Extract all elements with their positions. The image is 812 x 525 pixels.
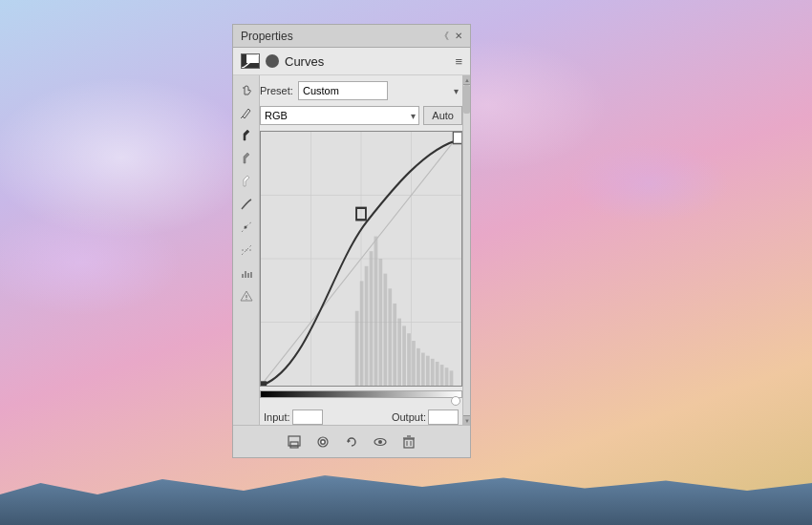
auto-button[interactable]: Auto	[423, 106, 462, 125]
tools-sidebar	[233, 75, 260, 425]
input-output-row: Input: Output:	[260, 410, 462, 425]
curves-adjustment-icon	[241, 53, 260, 69]
svg-rect-38	[431, 359, 435, 386]
svg-point-55	[378, 440, 382, 444]
svg-point-14	[246, 299, 246, 300]
scrollbar[interactable]: ▲ ▼	[462, 75, 470, 425]
close-button[interactable]: ✕	[455, 31, 462, 41]
histogram-button[interactable]	[236, 262, 257, 284]
channel-select-wrap: RGB Red Green Blue	[260, 106, 419, 125]
warning-button[interactable]	[236, 285, 257, 306]
panel-titlebar: Properties 《 ✕	[233, 25, 470, 48]
delete-button[interactable]	[399, 432, 418, 452]
preset-row: Preset: Custom Default Strong Contrast L…	[260, 75, 462, 100]
panel-footer	[233, 425, 470, 457]
svg-rect-8	[242, 274, 244, 278]
properties-panel: Properties 《 ✕ Curves ≡	[232, 24, 471, 458]
svg-rect-28	[383, 274, 387, 386]
input-label: Input:	[264, 411, 290, 423]
view-previous-button[interactable]	[313, 432, 332, 452]
svg-rect-39	[436, 362, 439, 386]
svg-rect-41	[445, 368, 449, 386]
panel-content: Preset: Custom Default Strong Contrast L…	[260, 75, 462, 425]
eyedropper-white-button[interactable]	[236, 171, 257, 192]
svg-rect-25	[370, 251, 374, 386]
panel-header: Curves ≡	[233, 48, 470, 75]
svg-rect-29	[388, 288, 392, 386]
svg-rect-48	[290, 442, 298, 448]
svg-rect-46	[453, 132, 461, 144]
scrollbar-thumb[interactable]	[463, 85, 470, 114]
svg-rect-36	[421, 353, 425, 386]
svg-rect-42	[450, 370, 454, 386]
eyedropper-gray-button[interactable]	[236, 148, 257, 169]
svg-rect-40	[440, 365, 444, 386]
output-value[interactable]	[428, 410, 459, 425]
svg-rect-37	[426, 356, 430, 386]
svg-rect-10	[247, 273, 249, 278]
titlebar-buttons: 《 ✕	[439, 30, 462, 43]
svg-rect-34	[412, 341, 416, 386]
svg-rect-32	[402, 326, 406, 386]
channel-overlay-button[interactable]	[236, 217, 257, 238]
panel-body: Preset: Custom Default Strong Contrast L…	[233, 75, 470, 425]
channel-select[interactable]: RGB Red Green Blue	[260, 106, 419, 125]
svg-rect-11	[250, 272, 252, 278]
svg-point-5	[244, 226, 246, 229]
double-arrow-button[interactable]: 《	[439, 30, 449, 43]
input-value[interactable]	[292, 410, 323, 425]
preset-label: Preset:	[260, 85, 294, 96]
curves-label: Curves	[285, 54, 324, 69]
output-field: Output:	[392, 410, 459, 425]
pencil-tool-button[interactable]	[236, 102, 257, 123]
svg-rect-22	[355, 311, 359, 386]
intersection-button[interactable]	[236, 240, 257, 261]
eyedropper-black-button[interactable]	[236, 125, 257, 146]
panel-menu-icon[interactable]: ≡	[455, 54, 462, 69]
svg-rect-30	[393, 304, 396, 386]
svg-rect-35	[417, 348, 420, 386]
adjustment-layer-dot	[266, 54, 279, 68]
visibility-button[interactable]	[371, 432, 390, 452]
svg-rect-9	[245, 271, 246, 278]
svg-rect-56	[404, 439, 414, 448]
svg-rect-27	[379, 259, 383, 386]
preset-select[interactable]: Custom Default Strong Contrast Linear Co…	[298, 81, 388, 100]
svg-rect-23	[360, 281, 364, 386]
finger-tool-button[interactable]	[236, 79, 257, 100]
clip-to-layer-button[interactable]	[285, 432, 304, 452]
panel-title: Properties	[241, 30, 293, 43]
svg-rect-26	[374, 237, 378, 386]
channel-row: RGB Red Green Blue Auto	[260, 106, 462, 125]
input-field: Input:	[264, 410, 323, 425]
preset-select-wrap: Custom Default Strong Contrast Linear Co…	[298, 81, 462, 100]
panel-main: Preset: Custom Default Strong Contrast L…	[260, 75, 470, 425]
svg-point-52	[322, 440, 325, 443]
svg-rect-24	[365, 266, 369, 386]
white-point-indicator	[260, 396, 462, 406]
output-label: Output:	[392, 411, 426, 423]
svg-rect-33	[407, 333, 411, 386]
curve-canvas[interactable]	[260, 131, 462, 387]
svg-line-4	[241, 116, 243, 118]
curve-display-button[interactable]	[236, 194, 257, 215]
svg-rect-45	[261, 381, 267, 386]
svg-rect-31	[397, 319, 401, 386]
reset-button[interactable]	[342, 432, 361, 452]
